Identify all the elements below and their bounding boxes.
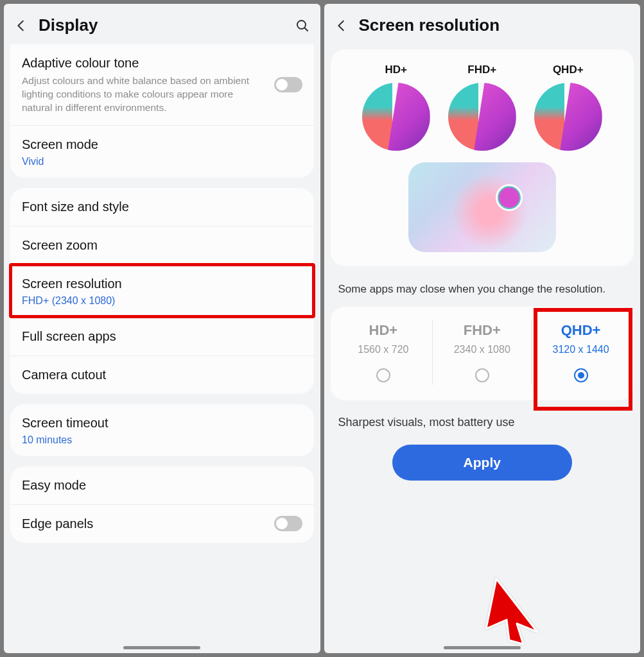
header: Screen resolution xyxy=(324,4,641,44)
page-title: Screen resolution xyxy=(359,15,631,35)
toggle-adaptive-colour[interactable] xyxy=(274,77,302,92)
option-hd[interactable]: HD+ 1560 x 720 xyxy=(335,320,433,385)
sample-circle-icon xyxy=(448,83,516,151)
gesture-bar[interactable] xyxy=(444,646,521,649)
row-screen-mode[interactable]: Screen mode Vivid xyxy=(10,125,314,178)
radio-icon[interactable] xyxy=(376,368,390,382)
row-edge-panels[interactable]: Edge panels xyxy=(10,504,314,543)
row-font-size[interactable]: Font size and style xyxy=(10,188,314,226)
radio-icon[interactable] xyxy=(475,368,489,382)
annotation-highlight xyxy=(534,308,632,411)
display-settings-screen: Display Adaptive colour tone Adjust colo… xyxy=(4,4,320,653)
resolution-preview-card: HD+ FHD+ QHD+ xyxy=(331,49,634,266)
row-full-screen-apps[interactable]: Full screen apps xyxy=(10,317,314,355)
resolution-options: HD+ 1560 x 720 FHD+ 2340 x 1080 QHD+ 312… xyxy=(331,307,634,400)
row-screen-resolution[interactable]: Screen resolution FHD+ (2340 x 1080) xyxy=(10,264,314,317)
row-screen-timeout[interactable]: Screen timeout 10 minutes xyxy=(10,404,314,456)
preview-qhd: QHD+ xyxy=(534,64,602,151)
row-title: Screen timeout xyxy=(22,414,302,432)
row-value: Vivid xyxy=(22,156,302,167)
preview-row: HD+ FHD+ QHD+ xyxy=(337,64,628,151)
row-adaptive-colour-tone[interactable]: Adaptive colour tone Adjust colours and … xyxy=(10,44,314,125)
resolution-warning: Some apps may close when you change the … xyxy=(324,273,641,304)
row-description: Adjust colours and white balance based o… xyxy=(22,74,266,115)
toggle-edge-panels[interactable] xyxy=(274,516,302,531)
option-fhd[interactable]: FHD+ 2340 x 1080 xyxy=(432,320,531,385)
card-layout: Font size and style Screen zoom Screen r… xyxy=(10,188,314,394)
search-icon[interactable] xyxy=(295,18,310,33)
card-extras: Easy mode Edge panels xyxy=(10,466,314,543)
row-title: Screen resolution xyxy=(22,275,302,293)
gesture-bar[interactable] xyxy=(123,646,200,649)
apply-button[interactable]: Apply xyxy=(392,445,572,481)
back-icon[interactable] xyxy=(14,19,28,33)
row-value: FHD+ (2340 x 1080) xyxy=(22,295,302,307)
page-title: Display xyxy=(39,15,284,35)
back-icon[interactable] xyxy=(335,19,349,33)
row-value: 10 minutes xyxy=(22,434,302,446)
device-preview-image xyxy=(408,162,556,252)
preview-hd: HD+ xyxy=(362,64,430,151)
row-title: Adaptive colour tone xyxy=(22,55,266,72)
screen-resolution-screen: Screen resolution HD+ FHD+ QHD+ xyxy=(324,4,641,653)
card-appearance: Adaptive colour tone Adjust colours and … xyxy=(10,44,314,178)
row-camera-cutout[interactable]: Camera cutout xyxy=(10,355,314,394)
row-screen-zoom[interactable]: Screen zoom xyxy=(10,226,314,264)
svg-line-1 xyxy=(304,28,308,31)
sample-circle-icon xyxy=(362,83,430,151)
row-title: Screen mode xyxy=(22,136,302,153)
cursor-arrow-icon xyxy=(467,571,544,648)
row-easy-mode[interactable]: Easy mode xyxy=(10,466,314,504)
card-timeout: Screen timeout 10 minutes xyxy=(10,404,314,456)
sample-circle-icon xyxy=(534,83,602,151)
preview-fhd: FHD+ xyxy=(448,64,516,151)
header: Display xyxy=(4,4,320,44)
